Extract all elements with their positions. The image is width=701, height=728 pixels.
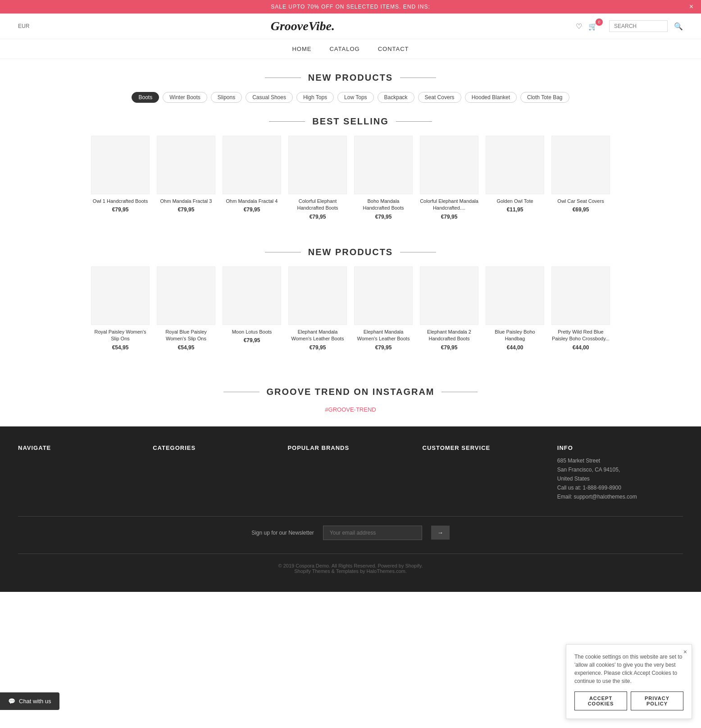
footer-popular-brands-title: POPULAR BRANDS xyxy=(287,444,413,451)
filter-cloth-tote-bag[interactable]: Cloth Tote Bag xyxy=(520,92,569,103)
logo[interactable]: GrooveVibe. xyxy=(271,19,335,33)
newsletter-email-input[interactable] xyxy=(323,526,422,540)
main-nav: HOME CATALOG CONTACT xyxy=(0,39,701,59)
table-row[interactable]: Colorful Elephant Handcrafted Boots €79,… xyxy=(288,136,347,220)
instagram-hashtag[interactable]: #GROOVE-TREND xyxy=(0,406,701,413)
copyright-text: © 2019 Cospora Demo. All Rights Reserved… xyxy=(18,563,683,568)
table-row[interactable]: Owl Car Seat Covers €69,95 xyxy=(551,136,610,220)
filter-casual-shoes[interactable]: Casual Shoes xyxy=(246,92,293,103)
close-banner-button[interactable]: × xyxy=(689,3,694,11)
product-name: Golden Owl Tote xyxy=(486,198,544,205)
product-price: €44,00 xyxy=(551,344,610,351)
cart-badge: 0 xyxy=(596,18,603,26)
filter-hooded-blanket[interactable]: Hooded Blanket xyxy=(465,92,517,103)
top-banner: SALE UPTO 70% OFF ON SELECTED ITEMS. END… xyxy=(0,0,701,14)
best-selling-section: BEST SELLING Owl 1 Handcrafted Boots €79… xyxy=(0,116,701,234)
nav-home[interactable]: HOME xyxy=(292,46,311,52)
product-price: €79,95 xyxy=(157,206,215,213)
newsletter-label: Sign up for our Newsletter xyxy=(251,530,314,536)
product-image xyxy=(486,136,544,194)
filter-backpack[interactable]: Backpack xyxy=(378,92,414,103)
product-name: Owl Car Seat Covers xyxy=(551,198,610,205)
best-selling-grid: Owl 1 Handcrafted Boots €79,95 Ohm Manda… xyxy=(80,136,621,234)
filter-boots[interactable]: Boots xyxy=(132,92,159,103)
product-price: €79,95 xyxy=(420,214,478,220)
product-price: €79,95 xyxy=(223,206,281,213)
table-row[interactable]: Golden Owl Tote €11,95 xyxy=(486,136,544,220)
product-price: €44,00 xyxy=(486,344,544,351)
product-name: Elephant Mandala 2 Handcrafted Boots xyxy=(420,329,478,343)
new-products-section: NEW PRODUCTS Boots Winter Boots Slipons … xyxy=(0,73,701,103)
table-row[interactable]: Pretty Wild Red Blue Paisley Boho Crossb… xyxy=(551,266,610,351)
new-products-title-2: NEW PRODUCTS xyxy=(0,247,701,257)
footer-navigate-title: NAVIGATE xyxy=(18,444,144,451)
filter-tags: Boots Winter Boots Slipons Casual Shoes … xyxy=(0,92,701,103)
search-icon[interactable]: 🔍 xyxy=(674,22,683,31)
footer-categories: CATEGORIES xyxy=(153,444,278,503)
product-price: €79,95 xyxy=(354,344,413,351)
new-products-grid-2: Royal Paisley Women's Slip Ons €54,95 Ro… xyxy=(80,266,621,364)
product-name: Royal Paisley Women's Slip Ons xyxy=(91,329,150,343)
product-price: €79,95 xyxy=(420,344,478,351)
product-name: Elephant Mandala Women's Leather Boots xyxy=(288,329,347,343)
instagram-section: GROOVE TREND ON INSTAGRAM #GROOVE-TREND xyxy=(0,364,701,426)
product-name: Ohm Mandala Fractal 3 xyxy=(157,198,215,205)
table-row[interactable]: Royal Paisley Women's Slip Ons €54,95 xyxy=(91,266,150,351)
nav-contact[interactable]: CONTACT xyxy=(378,46,409,52)
filter-seat-covers[interactable]: Seat Covers xyxy=(418,92,461,103)
footer-customer-service: CUSTOMER SERVICE xyxy=(423,444,548,503)
product-image xyxy=(157,136,215,194)
product-price: €79,95 xyxy=(354,214,413,220)
footer-address3: United States xyxy=(557,476,683,482)
product-image xyxy=(91,266,150,325)
table-row[interactable]: Boho Mandala Handcrafted Boots €79,95 xyxy=(354,136,413,220)
instagram-title: GROOVE TREND ON INSTAGRAM xyxy=(0,387,701,397)
product-price: €54,95 xyxy=(157,344,215,351)
product-name: Owl 1 Handcrafted Boots xyxy=(91,198,150,205)
newsletter-row: Sign up for our Newsletter → xyxy=(18,516,683,549)
new-products-section-2: NEW PRODUCTS Royal Paisley Women's Slip … xyxy=(0,247,701,364)
product-price: €54,95 xyxy=(91,344,150,351)
product-image xyxy=(354,136,413,194)
product-image xyxy=(157,266,215,325)
table-row[interactable]: Blue Paisley Boho Handbag €44,00 xyxy=(486,266,544,351)
table-row[interactable]: Ohm Mandala Fractal 3 €79,95 xyxy=(157,136,215,220)
table-row[interactable]: Elephant Mandala 2 Handcrafted Boots €79… xyxy=(420,266,478,351)
footer-address2: San Francisco, CA 94105, xyxy=(557,467,683,473)
filter-winter-boots[interactable]: Winter Boots xyxy=(163,92,207,103)
banner-text: SALE UPTO 70% OFF ON SELECTED ITEMS. END… xyxy=(271,4,430,10)
product-price: €69,95 xyxy=(551,206,610,213)
filter-high-tops[interactable]: High Tops xyxy=(296,92,334,103)
currency-selector[interactable]: EUR xyxy=(18,23,29,29)
best-selling-title: BEST SELLING xyxy=(0,116,701,127)
table-row[interactable]: Elephant Mandala Women's Leather Boots €… xyxy=(288,266,347,351)
wishlist-icon[interactable]: ♡ xyxy=(576,22,582,31)
product-image xyxy=(288,136,347,194)
table-row[interactable]: Elephant Mandala Women's Leather Boots €… xyxy=(354,266,413,351)
product-name: Elephant Mandala Women's Leather Boots xyxy=(354,329,413,343)
product-image xyxy=(223,266,281,325)
product-image xyxy=(420,266,478,325)
product-name: Royal Blue Paisley Women's Slip Ons xyxy=(157,329,215,343)
table-row[interactable]: Royal Blue Paisley Women's Slip Ons €54,… xyxy=(157,266,215,351)
footer-grid: NAVIGATE CATEGORIES POPULAR BRANDS CUSTO… xyxy=(18,444,683,503)
nav-catalog[interactable]: CATALOG xyxy=(329,46,360,52)
table-row[interactable]: Owl 1 Handcrafted Boots €79,95 xyxy=(91,136,150,220)
product-price: €79,95 xyxy=(91,206,150,213)
cart-icon-wrapper[interactable]: 🛒 0 xyxy=(588,22,603,31)
footer-address1: 685 Market Street xyxy=(557,458,683,464)
table-row[interactable]: Ohm Mandala Fractal 4 €79,95 xyxy=(223,136,281,220)
footer: NAVIGATE CATEGORIES POPULAR BRANDS CUSTO… xyxy=(0,426,701,592)
table-row[interactable]: Colorful Elephant Mandala Handcrafted...… xyxy=(420,136,478,220)
product-name: Ohm Mandala Fractal 4 xyxy=(223,198,281,205)
filter-low-tops[interactable]: Low Tops xyxy=(337,92,373,103)
search-input[interactable] xyxy=(609,20,668,32)
product-price: €79,95 xyxy=(223,337,281,343)
filter-slipons[interactable]: Slipons xyxy=(211,92,242,103)
product-name: Pretty Wild Red Blue Paisley Boho Crossb… xyxy=(551,329,610,343)
newsletter-submit-button[interactable]: → xyxy=(431,526,450,540)
header: EUR GrooveVibe. ♡ 🛒 0 🔍 xyxy=(0,14,701,39)
footer-info-title: INFO xyxy=(557,444,683,451)
table-row[interactable]: Moon Lotus Boots €79,95 xyxy=(223,266,281,351)
footer-info: INFO 685 Market Street San Francisco, CA… xyxy=(557,444,683,503)
